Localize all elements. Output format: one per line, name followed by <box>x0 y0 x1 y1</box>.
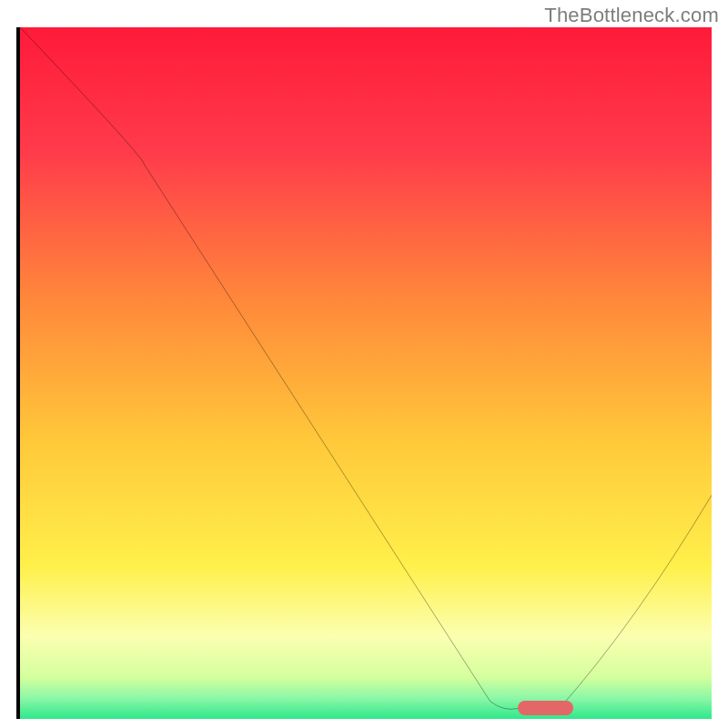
chart-area <box>16 27 712 719</box>
bottleneck-curve <box>20 27 712 715</box>
optimal-range-marker <box>518 701 573 715</box>
watermark-text: TheBottleneck.com <box>544 4 719 27</box>
